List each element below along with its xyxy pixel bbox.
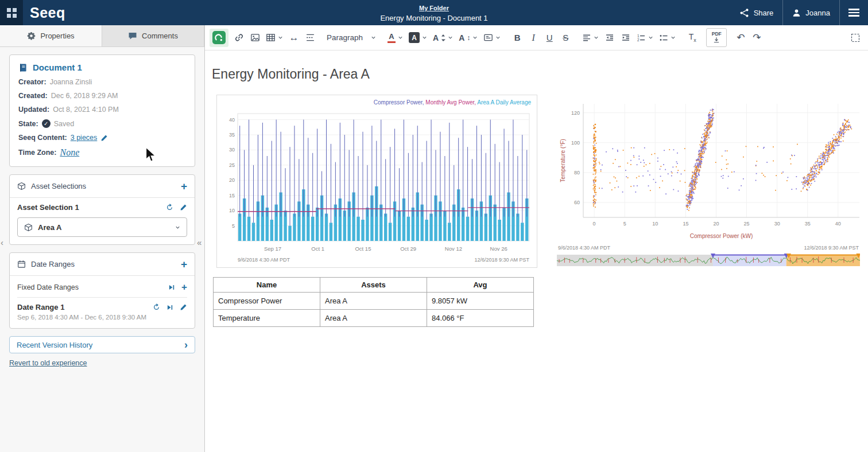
scatter-content[interactable]: 05101520253035406080100120Temperature (°…: [557, 99, 864, 268]
share-button[interactable]: Share: [730, 0, 783, 25]
tab-comments[interactable]: Comments: [102, 25, 204, 46]
align-button[interactable]: [579, 29, 602, 47]
svg-text:10: 10: [229, 208, 235, 213]
bullet-list-button[interactable]: [656, 29, 679, 47]
date-ranges-header: Date Ranges +: [10, 253, 195, 276]
chevron-down-icon: [495, 35, 501, 40]
date-range-value: Sep 6, 2018 4:30 AM - Dec 6, 2018 9:30 A…: [17, 314, 187, 321]
font-size-button[interactable]: A: [430, 29, 456, 47]
seeq-content-link[interactable]: 3 pieces: [71, 134, 98, 142]
date-ranges-card: Date Ranges + Fixed Date Ranges + Date R…: [9, 252, 195, 329]
editor-main: ↔ Paragraph A A A A↕ B I U S 12 Tx: [205, 25, 868, 452]
chevron-down-icon: [422, 35, 427, 40]
left-edge-collapse-handle[interactable]: ‹: [1, 237, 3, 247]
updown-arrow-icon: ↕: [467, 34, 470, 42]
insert-seeq-content-button[interactable]: [210, 29, 228, 47]
asset-dropdown[interactable]: Area A: [17, 217, 187, 237]
editor-toolbar: ↔ Paragraph A A A A↕ B I U S 12 Tx: [205, 25, 868, 50]
strikethrough-button[interactable]: S: [557, 29, 574, 47]
edit-date-range-icon[interactable]: [180, 303, 187, 311]
hamburger-menu-button[interactable]: [840, 9, 868, 17]
date-range-item: Date Range 1 Sep 6, 2018 4:30 AM - Dec 6…: [17, 303, 187, 321]
text-color-button[interactable]: A: [385, 29, 406, 47]
highlight-color-icon: A: [409, 32, 420, 43]
bar-chart-content[interactable]: Compressor Power, Monthly Avg Power, Are…: [216, 95, 537, 268]
document-title-row: Document 1: [18, 63, 186, 72]
range-start-label: 9/6/2018 4:30 AM PDT: [558, 245, 610, 251]
table-icon: [266, 33, 276, 42]
topbar-right: Share Joanna: [730, 0, 868, 25]
saved-check-icon: ✓: [42, 119, 51, 128]
seeq-logo[interactable]: Seeq: [30, 5, 65, 21]
table-cell: Compressor Power: [214, 293, 320, 310]
grid-icon: [7, 8, 17, 18]
insert-link-button[interactable]: [231, 29, 247, 47]
creator-value: Joanna Zinsli: [50, 78, 92, 86]
table-cell: 9.8057 kW: [427, 293, 534, 310]
insert-table-button[interactable]: [263, 29, 286, 47]
step-to-end-icon[interactable]: [166, 304, 173, 311]
document-canvas[interactable]: Energy Monitoring - Area A Compressor Po…: [205, 50, 868, 452]
revert-link[interactable]: Revert to old experience: [9, 359, 87, 367]
sidebar-collapse-handle[interactable]: «: [197, 237, 202, 247]
svg-text:30: 30: [229, 147, 235, 153]
chevron-down-icon: [371, 35, 376, 40]
indent-button[interactable]: [618, 29, 634, 47]
select-all-button[interactable]: [847, 29, 863, 47]
undo-button[interactable]: ↶: [733, 29, 749, 47]
comment-bubble-icon: [128, 32, 137, 41]
asset-cube-icon: [24, 223, 33, 232]
indent-icon: [621, 33, 630, 42]
chevron-down-icon: [472, 35, 478, 40]
clear-formatting-button[interactable]: Tx: [684, 29, 700, 47]
ordered-list-icon: 12: [637, 33, 646, 42]
chevron-down-icon: [448, 35, 453, 40]
app-switcher-button[interactable]: [0, 0, 23, 25]
step-to-end-icon[interactable]: [168, 284, 175, 291]
tab-properties[interactable]: Properties: [0, 25, 102, 46]
sidebar-tabs: Properties Comments: [0, 25, 204, 47]
svg-text:25: 25: [229, 162, 235, 168]
table-cell: 84.066 °F: [427, 310, 534, 327]
refresh-icon[interactable]: [166, 204, 173, 211]
outdent-button[interactable]: [602, 29, 618, 47]
chevron-down-icon: [398, 35, 403, 40]
line-height-button[interactable]: A↕: [456, 29, 480, 47]
add-date-range-button[interactable]: +: [181, 259, 187, 270]
pdf-export-button[interactable]: PDF: [706, 28, 727, 47]
svg-text:15: 15: [229, 193, 235, 198]
svg-text:Nov 12: Nov 12: [445, 246, 462, 252]
text-box-button[interactable]: [480, 29, 503, 47]
user-menu[interactable]: Joanna: [783, 0, 839, 25]
seeq-content-icon: [212, 31, 226, 44]
add-fixed-range-button[interactable]: +: [181, 282, 187, 292]
ordered-list-button[interactable]: 12: [634, 29, 656, 47]
svg-text:Oct 29: Oct 29: [400, 246, 416, 252]
insert-image-button[interactable]: [247, 29, 263, 47]
created-value: Dec 6, 2018 9:29 AM: [51, 92, 118, 100]
add-asset-selection-button[interactable]: +: [181, 181, 187, 192]
scatter-timestamps: 9/6/2018 4:30 AM PDT 12/6/2018 9:30 AM P…: [557, 245, 860, 251]
redo-button[interactable]: ↷: [749, 29, 765, 47]
asset-selection-row: Asset Selection 1: [17, 203, 187, 212]
highlight-color-button[interactable]: A: [406, 29, 430, 47]
horizontal-rule-button[interactable]: ↔: [286, 29, 302, 47]
svg-text:40: 40: [835, 221, 841, 227]
svg-text:120: 120: [571, 110, 580, 116]
svg-text:20: 20: [713, 221, 719, 227]
version-history-button[interactable]: Recent Version History ›: [9, 336, 195, 353]
page-break-button[interactable]: [302, 29, 318, 47]
bold-button[interactable]: B: [509, 29, 525, 47]
edit-asset-selection-icon[interactable]: [180, 204, 187, 211]
breadcrumb[interactable]: My Folder: [419, 5, 449, 11]
svg-text:Oct 1: Oct 1: [311, 246, 324, 252]
paragraph-style-dropdown[interactable]: Paragraph: [324, 29, 379, 47]
refresh-icon[interactable]: [153, 303, 160, 311]
svg-text:2: 2: [637, 37, 640, 41]
svg-text:35: 35: [805, 221, 811, 227]
italic-button[interactable]: I: [525, 29, 541, 47]
topbar-center: My Folder Energy Monitoring - Document 1: [380, 2, 487, 22]
edit-content-icon[interactable]: [100, 134, 108, 142]
timezone-link[interactable]: None: [60, 147, 79, 158]
underline-button[interactable]: U: [541, 29, 557, 47]
